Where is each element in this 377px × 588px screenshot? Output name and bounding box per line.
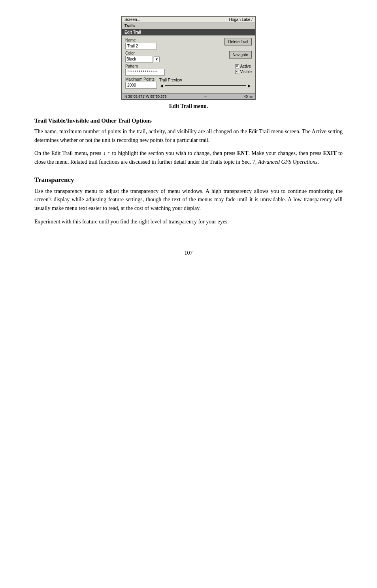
gps-body: Name Trail 2 Delete Trail Color Black ▼ [122,36,255,93]
section1: Trail Visible/Invisible and Other Trail … [34,117,343,166]
page-content: Screen... Hogan Lake / Trails Edit Trail… [34,16,343,256]
active-label: Active [240,64,251,68]
navigate-button[interactable]: Navigate [229,51,252,59]
trail-line [165,85,246,86]
visible-checkbox-row: ✕ Visible [235,70,252,74]
gps-screen: Screen... Hogan Lake / Trails Edit Trail… [121,16,256,100]
coordinates: N 36°08.971' W 95°50.579' [124,95,167,98]
section2: Transparency Use the transparency menu t… [34,176,343,226]
color-select[interactable]: Black [125,56,153,62]
name-col: Name Trail 2 [125,38,157,49]
max-points-col: Maximum Points 2000 [125,77,157,89]
trail-preview-label: Trail Preview [159,78,252,82]
name-field[interactable]: Trail 2 [125,43,157,49]
location-label: Hogan Lake / [229,17,253,22]
color-row: Color Black ▼ Navigate [125,51,252,62]
active-checkbox[interactable]: ✕ [235,64,239,68]
section2-para2: Experiment with this feature until you f… [34,217,343,226]
trail-preview-arrow: ◄ ► [159,83,252,89]
arrow-left: ◄ [159,83,164,89]
screen-container: Screen... Hogan Lake / Trails Edit Trail… [34,16,343,100]
pattern-row: Pattern **************** ✕ Active ✕ Visi… [125,64,252,76]
pattern-col: Pattern **************** [125,64,165,76]
active-checkbox-row: ✕ Active [235,64,252,68]
section2-heading: Transparency [34,176,343,184]
delete-trail-button[interactable]: Delete Trail [224,38,252,45]
section2-para1: Use the transparency menu to adjust the … [34,187,343,213]
section1-heading: Trail Visible/Invisible and Other Trail … [34,117,343,124]
trail-preview-col: Trail Preview ◄ ► [159,77,252,89]
screen-caption: Edit Trail menu. [34,103,343,110]
distance-label: 40 mi [244,95,253,98]
edit-trail-bar: Edit Trail [122,29,255,36]
gps-top-bar: Screen... Hogan Lake / [122,17,255,23]
visible-checkbox[interactable]: ✕ [235,70,239,74]
gps-status-bar: N 36°08.971' W 95°50.579' ↔ 40 mi [122,93,255,99]
checkbox-group: ✕ Active ✕ Visible [235,64,252,74]
trails-bar: Trails [122,23,255,29]
page-number: 107 [34,250,343,256]
dropdown-icon: ▼ [154,57,160,62]
arrow-right: ► [247,83,252,89]
name-row: Name Trail 2 Delete Trail [125,38,252,49]
pattern-field[interactable]: **************** [125,69,165,76]
section1-para1: The name, maximum number of points in th… [34,127,343,144]
section1-para2: On the Edit Trail menu, press ↓ ↑ to hig… [34,149,343,166]
arrows-icon: ↔ [204,95,207,98]
visible-label: Visible [240,70,252,74]
screen-label: Screen... [124,17,140,22]
max-points-field[interactable]: 2000 [125,82,157,89]
bottom-section: Maximum Points 2000 Trail Preview ◄ ► [125,77,252,89]
color-col: Color Black ▼ [125,51,160,62]
